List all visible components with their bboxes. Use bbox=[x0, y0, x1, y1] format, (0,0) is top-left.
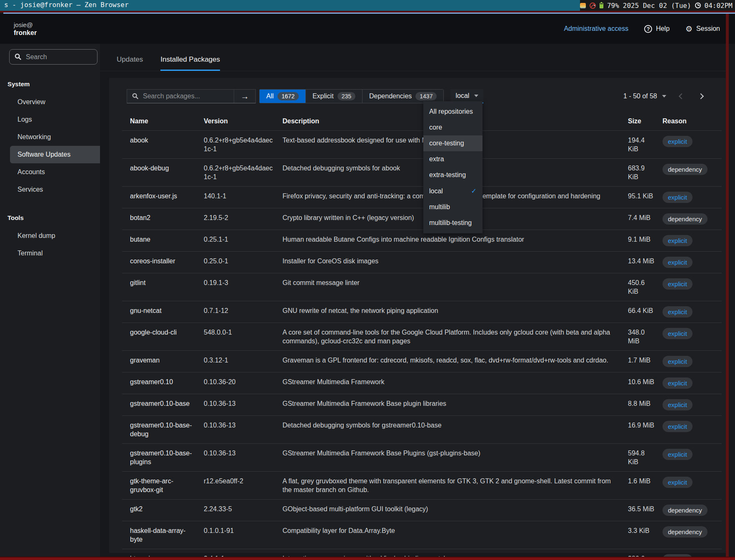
column-header-name[interactable]: Name bbox=[122, 113, 204, 131]
reason-badge: explicit bbox=[662, 328, 692, 339]
sidebar-item-terminal[interactable]: Terminal bbox=[10, 245, 100, 262]
repo-option-multilib[interactable]: multilib bbox=[423, 199, 482, 215]
package-size-cell: 683.9 KiB bbox=[628, 159, 662, 187]
tmux-window-title: s - josie@fronker — Zen Browser bbox=[0, 0, 580, 11]
column-header-size[interactable]: Size bbox=[628, 113, 662, 131]
package-size-cell: 450.6 KiB bbox=[628, 273, 662, 301]
package-name-cell: abook-debug bbox=[122, 159, 204, 187]
help-label: Help bbox=[656, 25, 670, 32]
filter-all[interactable]: All1672 bbox=[260, 90, 306, 103]
repo-option-all-repositories[interactable]: All repositories bbox=[423, 104, 482, 120]
filter-label: Dependencies bbox=[369, 92, 412, 100]
previous-page-button[interactable] bbox=[679, 93, 685, 99]
column-header-version[interactable]: Version bbox=[204, 113, 282, 131]
table-row[interactable]: htop-vim3.4.1-1Interactive process viewe… bbox=[122, 549, 722, 557]
table-row[interactable]: abook0.6.2+r8+gb5e4a4daec1c-1Text-based … bbox=[122, 131, 722, 159]
package-reason-cell: explicit bbox=[662, 372, 722, 394]
sidebar-item-accounts[interactable]: Accounts bbox=[10, 163, 100, 181]
table-row[interactable]: arkenfox-user.js140.1-1Firefox privacy, … bbox=[122, 187, 722, 208]
sidebar-item-services[interactable]: Services bbox=[10, 181, 100, 198]
column-header-reason[interactable]: Reason bbox=[662, 113, 722, 131]
sidebar-item-logs[interactable]: Logs bbox=[10, 111, 100, 128]
sidebar-item-software-updates[interactable]: Software Updates bbox=[10, 146, 100, 163]
filter-count-badge: 1672 bbox=[278, 92, 299, 100]
session-button[interactable]: ⚙ Session bbox=[685, 25, 720, 33]
package-version-cell: 0.10.36-20 bbox=[204, 372, 282, 394]
package-version-cell: r12.e5ea0ff-2 bbox=[204, 472, 282, 500]
search-submit-button[interactable]: → bbox=[234, 90, 255, 103]
repo-option-label: core-testing bbox=[429, 140, 464, 147]
administrative-access-link[interactable]: Administrative access bbox=[564, 25, 628, 32]
filter-label: Explicit bbox=[312, 92, 334, 100]
table-row[interactable]: gtk-theme-arc-gruvbox-gitr12.e5ea0ff-2A … bbox=[122, 472, 722, 500]
reason-badge: explicit bbox=[662, 449, 692, 460]
package-version-cell: 0.6.2+r8+gb5e4a4daec1c-1 bbox=[204, 159, 282, 187]
chevron-down-icon bbox=[662, 95, 666, 98]
reason-badge: explicit bbox=[662, 257, 692, 268]
table-row[interactable]: gnu-netcat0.7.1-12GNU rewrite of netcat,… bbox=[122, 301, 722, 323]
package-search-placeholder: Search packages... bbox=[143, 92, 234, 100]
browser-scrollbar[interactable] bbox=[726, 14, 729, 557]
reason-badge: explicit bbox=[662, 136, 692, 147]
repo-option-label: extra bbox=[429, 155, 444, 163]
repo-option-extra-testing[interactable]: extra-testing bbox=[423, 167, 482, 183]
package-name-cell: graveman bbox=[122, 351, 204, 372]
reason-badge: explicit bbox=[662, 378, 692, 389]
masthead: josie@ fronker Administrative access ? H… bbox=[0, 14, 735, 44]
table-row[interactable]: botan22.19.5-2Crypto library written in … bbox=[122, 208, 722, 230]
package-search-input[interactable]: Search packages... → bbox=[127, 89, 256, 103]
package-name-cell: coreos-installer bbox=[122, 252, 204, 273]
package-version-cell: 0.6.2+r8+gb5e4a4daec1c-1 bbox=[204, 131, 282, 159]
package-name-cell: gnu-netcat bbox=[122, 301, 204, 323]
package-name-cell: gstreamer0.10 bbox=[122, 372, 204, 394]
table-row[interactable]: gstreamer0.100.10.36-20GStreamer Multime… bbox=[122, 372, 722, 394]
repo-option-core[interactable]: core bbox=[423, 120, 482, 135]
table-row[interactable]: gtk22.24.33-5GObject-based multi-platfor… bbox=[122, 500, 722, 521]
table-row[interactable]: gstreamer0.10-base0.10.36-13GStreamer Mu… bbox=[122, 394, 722, 416]
host-brand: josie@ fronker bbox=[14, 21, 37, 37]
repo-option-extra[interactable]: extra bbox=[423, 151, 482, 167]
tab-installed-packages[interactable]: Installed Packages bbox=[160, 55, 220, 71]
sidebar-search-input[interactable]: Search bbox=[9, 49, 98, 65]
table-row[interactable]: gstreamer0.10-base-plugins0.10.36-13GStr… bbox=[122, 444, 722, 472]
sidebar-item-kernel-dump[interactable]: Kernel dump bbox=[10, 227, 100, 245]
reason-badge: explicit bbox=[662, 421, 692, 432]
reason-filter-group: All1672Explicit235Dependencies1437 bbox=[259, 89, 444, 103]
tab-updates[interactable]: Updates bbox=[117, 55, 143, 71]
table-row[interactable]: abook-debug0.6.2+r8+gb5e4a4daec1c-1Detac… bbox=[122, 159, 722, 187]
package-version-cell: 0.7.1-12 bbox=[204, 301, 282, 323]
package-reason-cell: dependency bbox=[662, 521, 722, 549]
sidebar-item-networking[interactable]: Networking bbox=[10, 128, 100, 146]
table-row[interactable]: google-cloud-cli548.0.0-1A core set of c… bbox=[122, 323, 722, 351]
package-version-cell: 140.1-1 bbox=[204, 187, 282, 208]
filter-explicit[interactable]: Explicit235 bbox=[306, 90, 362, 103]
package-version-cell: 2.19.5-2 bbox=[204, 208, 282, 230]
package-name-cell: botan2 bbox=[122, 208, 204, 230]
repo-option-core-testing[interactable]: core-testing bbox=[423, 135, 482, 151]
table-row[interactable]: butane0.25.1-1Human readable Butane Conf… bbox=[122, 230, 722, 252]
package-name-cell: butane bbox=[122, 230, 204, 252]
repo-option-label: multilib bbox=[429, 203, 450, 211]
filter-count-badge: 235 bbox=[338, 92, 355, 100]
sidebar-item-overview[interactable]: Overview bbox=[10, 93, 100, 111]
pagination-range-label: 1 - 50 of 58 bbox=[623, 92, 657, 100]
table-row[interactable]: haskell-data-array-byte0.1.0.1-91Compati… bbox=[122, 521, 722, 549]
masthead-hostname: fronker bbox=[14, 29, 37, 37]
table-row[interactable]: coreos-installer0.25.0-1Installer for Co… bbox=[122, 252, 722, 273]
package-size-cell: 7.4 MiB bbox=[628, 208, 662, 230]
repo-option-multilib-testing[interactable]: multilib-testing bbox=[423, 215, 482, 231]
reason-badge: explicit bbox=[662, 477, 692, 488]
repo-option-local[interactable]: local✓ bbox=[423, 183, 482, 199]
help-button[interactable]: ? Help bbox=[644, 25, 670, 33]
pagination-range-select[interactable]: 1 - 50 of 58 bbox=[623, 92, 666, 100]
masthead-username: josie@ bbox=[14, 21, 37, 29]
package-reason-cell: explicit bbox=[662, 273, 722, 301]
table-row[interactable]: gstreamer0.10-base-debug0.10.36-13Detach… bbox=[122, 416, 722, 444]
next-page-button[interactable] bbox=[698, 93, 704, 99]
table-row[interactable]: gitlint0.19.1-3Git commit message linter… bbox=[122, 273, 722, 301]
packages-toolbar: Search packages... → All1672Explicit235D… bbox=[127, 89, 713, 103]
package-name-cell: gtk-theme-arc-gruvbox-git bbox=[122, 472, 204, 500]
package-name-cell: gstreamer0.10-base-plugins bbox=[122, 444, 204, 472]
package-version-cell: 3.4.1-1 bbox=[204, 549, 282, 557]
table-row[interactable]: graveman0.3.12-1Graveman is a GPL fronte… bbox=[122, 351, 722, 372]
